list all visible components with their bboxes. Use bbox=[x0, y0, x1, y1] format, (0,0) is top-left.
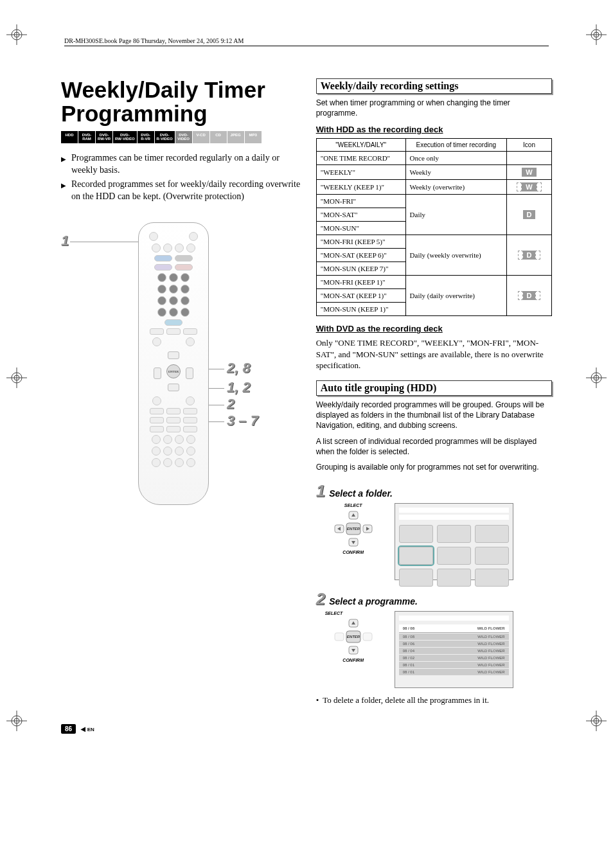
note-text: To delete a folder, delete all the progr… bbox=[323, 695, 489, 706]
recording-settings-table: "WEEKLY/DAILY" Execution of timer record… bbox=[316, 138, 552, 316]
list-row: 08 / 01WILD FLOWER bbox=[399, 662, 509, 668]
overwrite-icon: D bbox=[523, 291, 536, 300]
select-label: SELECT bbox=[325, 503, 382, 508]
remote-body: ENTER bbox=[138, 222, 209, 505]
bullet-arrow-icon: ▶ bbox=[61, 181, 66, 203]
print-reg-mark bbox=[6, 711, 27, 734]
format-badge: JPEG bbox=[227, 131, 244, 143]
title-line: Weekly/Daily Timer bbox=[61, 77, 265, 102]
paragraph: Grouping is available only for programme… bbox=[316, 462, 552, 472]
bullet-item: ▶ Programmes can be timer recorded regul… bbox=[61, 152, 302, 177]
dpad-select-confirm-figure: SELECT ENTER CONFIRM bbox=[325, 503, 382, 554]
table-row: "WEEKLY"WeeklyW bbox=[316, 165, 551, 180]
list-row-title: WILD FLOWER bbox=[477, 642, 504, 646]
list-row-title: WILD FLOWER bbox=[477, 663, 504, 667]
step-number: 2 bbox=[316, 590, 325, 607]
weekly-daily-cell: "MON-SAT (KEEP 1)" bbox=[316, 289, 405, 303]
icon-cell: W bbox=[507, 165, 552, 180]
execution-cell: Once only bbox=[405, 152, 506, 165]
page-footer: 86 ▶ EN bbox=[61, 725, 552, 732]
weekly-daily-cell: "MON-SAT (KEEP 6)" bbox=[316, 249, 405, 262]
table-row: "WEEKLY (KEEP 1)"Weekly (overwrite)W bbox=[316, 180, 551, 195]
execution-cell: Daily bbox=[405, 195, 506, 235]
svg-rect-36 bbox=[363, 633, 372, 641]
list-screen-figure: 08 / 08 WILD FLOWER 08 / 08WILD FLOWER08… bbox=[395, 611, 513, 688]
list-row: 08 / 01WILD FLOWER bbox=[399, 669, 509, 675]
step-text: Select a folder. bbox=[329, 488, 393, 499]
step-number: 1 bbox=[316, 483, 325, 499]
print-reg-mark bbox=[586, 368, 607, 391]
triangle-left-icon: ▶ bbox=[80, 725, 85, 732]
bullet-item: ▶ Recorded programmes set for weekly/dai… bbox=[61, 179, 302, 203]
svg-text:ENTER: ENTER bbox=[347, 635, 360, 639]
format-badge: HDD bbox=[61, 131, 78, 143]
bullet-text: Programmes can be timer recorded regular… bbox=[71, 152, 302, 177]
bullet-dot-icon: • bbox=[316, 695, 319, 706]
weekly-daily-cell: "ONE TIME RECORD" bbox=[316, 152, 405, 165]
remote-dpad: ENTER bbox=[154, 351, 193, 391]
remote-callout-label: 2, 8 bbox=[227, 360, 251, 376]
weekly-daily-cell: "WEEKLY (KEEP 1)" bbox=[316, 180, 405, 195]
step-text: Select a programme. bbox=[329, 596, 418, 607]
dpad-select-confirm-figure: SELECT ENTER CONFIRM bbox=[325, 611, 382, 662]
paragraph: Set when timer programming or when chang… bbox=[316, 98, 552, 118]
step-row: 2 Select a programme. bbox=[316, 590, 552, 607]
list-header-right: WILD FLOWER bbox=[477, 626, 505, 630]
icon-cell: D bbox=[507, 276, 552, 316]
table-header: Icon bbox=[507, 139, 552, 152]
table-header: "WEEKLY/DAILY" bbox=[316, 139, 405, 152]
format-badge-row: HDD DVD- RAM DVD- RW-VR DVD- RW-VIDEO DV… bbox=[61, 131, 302, 143]
enter-label: ENTER bbox=[347, 527, 360, 531]
remote-callout-label: 1 bbox=[61, 233, 69, 249]
bullet-text: Recorded programmes set for weekly/daily… bbox=[71, 179, 302, 203]
thumbnail-screen-figure bbox=[395, 503, 513, 580]
table-row: "MON-FRI"DailyD bbox=[316, 195, 551, 208]
format-badge: CD bbox=[210, 131, 227, 143]
print-reg-mark bbox=[6, 24, 27, 48]
sub-heading: With DVD as the recording deck bbox=[316, 324, 552, 333]
paragraph: A list screen of individual recorded pro… bbox=[316, 436, 552, 457]
list-row-date: 08 / 02 bbox=[403, 656, 414, 660]
remote-callout-label: 3 – 7 bbox=[227, 412, 258, 429]
execution-cell: Daily (weekly overwrite) bbox=[405, 235, 506, 276]
list-row: 08 / 08WILD FLOWER bbox=[399, 633, 509, 640]
print-reg-mark bbox=[586, 24, 607, 48]
lang-code: EN bbox=[87, 727, 94, 732]
select-label: SELECT bbox=[325, 611, 382, 616]
sub-heading: With HDD as the recording deck bbox=[316, 125, 552, 134]
timer-icon: W bbox=[522, 168, 536, 177]
list-row-date: 08 / 04 bbox=[403, 649, 414, 653]
weekly-daily-cell: "MON-FRI (KEEP 5)" bbox=[316, 235, 405, 249]
timer-icon: D bbox=[523, 210, 536, 219]
list-row-title: WILD FLOWER bbox=[477, 656, 504, 660]
page-title: Weekly/Daily Timer Programming bbox=[61, 78, 302, 126]
list-row-date: 08 / 01 bbox=[403, 663, 414, 667]
format-badge: DVD- VIDEO bbox=[175, 131, 192, 143]
svg-rect-35 bbox=[335, 633, 344, 641]
remote-control-figure: 1 2, 8 1, 2 2 3 – 7 bbox=[61, 222, 302, 518]
confirm-label: CONFIRM bbox=[325, 658, 382, 662]
paragraph: Only "ONE TIME RECORD", "WEEKLY", "MON-F… bbox=[316, 337, 552, 371]
book-header-line: DR-MH300SE.book Page 86 Thursday, Novemb… bbox=[64, 37, 549, 46]
table-header: Execution of timer recording bbox=[405, 139, 506, 152]
icon-cell: W bbox=[507, 180, 552, 195]
list-row: 08 / 02WILD FLOWER bbox=[399, 655, 509, 661]
list-header-left: 08 / 08 bbox=[403, 626, 414, 630]
weekly-daily-cell: "MON-SUN" bbox=[316, 222, 405, 235]
format-badge: V-CD bbox=[193, 131, 209, 143]
remote-callout-label: 1, 2 bbox=[227, 379, 251, 396]
list-row-title: WILD FLOWER bbox=[477, 649, 504, 653]
note-bullet: • To delete a folder, delete all the pro… bbox=[316, 695, 552, 706]
bullet-arrow-icon: ▶ bbox=[61, 155, 66, 177]
title-line: Programming bbox=[61, 101, 208, 126]
step-row: 1 Select a folder. bbox=[316, 483, 552, 499]
table-row: "MON-FRI (KEEP 1)"Daily (daily overwrite… bbox=[316, 276, 551, 289]
overwrite-icon: D bbox=[523, 251, 536, 260]
execution-cell: Weekly bbox=[405, 165, 506, 180]
table-row: "ONE TIME RECORD"Once only bbox=[316, 152, 551, 165]
list-row-date: 08 / 08 bbox=[403, 635, 414, 639]
list-row: 08 / 06WILD FLOWER bbox=[399, 641, 509, 647]
print-reg-mark bbox=[6, 368, 27, 391]
remote-callout-label: 2 bbox=[227, 396, 235, 412]
weekly-daily-cell: "MON-FRI" bbox=[316, 195, 405, 208]
